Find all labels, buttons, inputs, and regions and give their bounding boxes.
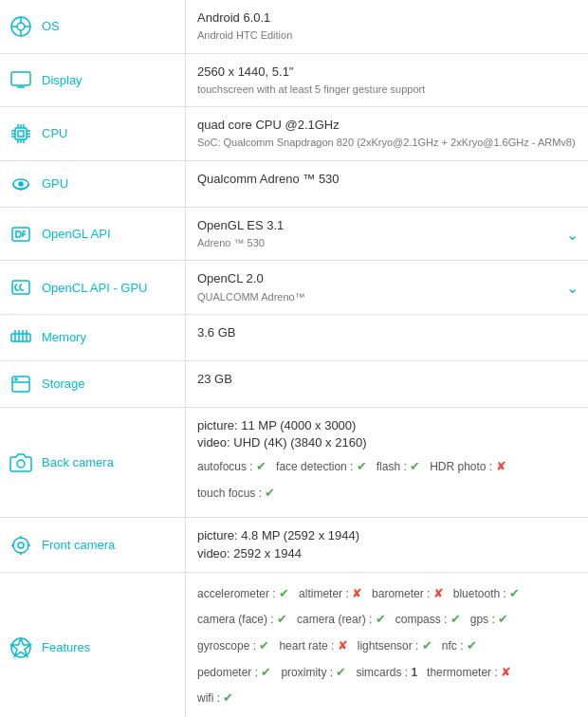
- spec-label-opengl: OpenGL API: [0, 208, 186, 261]
- svg-point-1: [17, 23, 25, 30]
- dropdown-arrow-opengl[interactable]: ⌄: [566, 225, 579, 243]
- label-text-front-camera: Front camera: [42, 538, 115, 552]
- svg-rect-10: [18, 131, 24, 137]
- feature-line-4: wifi : ✔: [197, 687, 577, 709]
- camera-icon: [8, 450, 34, 476]
- feature-line-3: pedometer : ✔ proximity : ✔ simcards : 1…: [197, 661, 577, 684]
- label-text-os: OS: [42, 19, 60, 33]
- os-icon: [8, 13, 34, 40]
- spec-value-main: OpenGL ES 3.1: [197, 217, 577, 234]
- dropdown-arrow-opencl[interactable]: ⌄: [566, 279, 579, 297]
- spec-row-features: Features accelerometer : ✔ altimeter : ✘…: [0, 573, 588, 717]
- spec-value-main: Android 6.0.1: [197, 9, 577, 27]
- spec-value-main: Qualcomm Adreno ™ 530: [197, 171, 577, 188]
- svg-point-39: [17, 460, 25, 468]
- memory-icon: [8, 324, 34, 351]
- label-text-display: Display: [42, 73, 83, 87]
- opengl-icon: [8, 221, 34, 248]
- camera-features-line1: autofocus : ✔ face detection : ✔ flash :…: [197, 455, 577, 478]
- svg-rect-6: [11, 72, 30, 85]
- label-text-memory: Memory: [42, 330, 86, 344]
- spec-row-display: Display 2560 x 1440, 5.1"touchscreen wit…: [0, 54, 588, 108]
- svg-rect-27: [11, 334, 30, 341]
- spec-label-memory: Memory: [0, 315, 186, 360]
- svg-rect-9: [15, 128, 27, 139]
- spec-value-opencl: OpenCL 2.0QUALCOMM Adreno™ ⌄: [186, 261, 588, 314]
- spec-value-main: OpenCL 2.0: [197, 270, 577, 287]
- spec-value-main: 2560 x 1440, 5.1": [197, 64, 577, 81]
- spec-row-front-camera: Front camera picture: 4.8 MP (2592 x 194…: [0, 518, 588, 572]
- feature-line-2: gyroscope : ✔ heart rate : ✘ lightsensor…: [197, 634, 577, 657]
- spec-row-memory: Memory 3.6 GB: [0, 315, 588, 361]
- spec-value-opengl: OpenGL ES 3.1Adreno ™ 530 ⌄: [186, 208, 588, 261]
- spec-value-sub: touchscreen with at least 5 finger gestu…: [197, 83, 577, 97]
- label-text-features: Features: [42, 640, 90, 654]
- spec-value-sub: QUALCOMM Adreno™: [197, 290, 577, 304]
- spec-value-sub: Android HTC Edition: [197, 28, 577, 43]
- spec-row-back-camera: Back camera picture: 11 MP (4000 x 3000)…: [0, 408, 588, 519]
- gpu-icon: [8, 171, 34, 197]
- label-text-cpu: CPU: [42, 126, 67, 140]
- feature-line-1: camera (face) : ✔ camera (rear) : ✔ comp…: [197, 608, 577, 631]
- spec-label-storage: Storage: [0, 361, 186, 407]
- spec-row-opencl: OpenCL API - GPU OpenCL 2.0QUALCOMM Adre…: [0, 261, 588, 315]
- label-text-gpu: GPU: [42, 176, 68, 191]
- label-text-back-camera: Back camera: [42, 455, 114, 469]
- camera-features-line2: touch focus : ✔: [197, 482, 577, 505]
- spec-row-gpu: GPU Qualcomm Adreno ™ 530: [0, 161, 588, 208]
- spec-row-cpu: CPU quad core CPU @2.1GHzSoC: Qualcomm S…: [0, 107, 588, 161]
- features-icon: [8, 634, 34, 661]
- spec-row-os: OS Android 6.0.1Android HTC Edition: [0, 0, 588, 54]
- spec-value-gpu: Qualcomm Adreno ™ 530: [186, 161, 588, 207]
- spec-value-features: accelerometer : ✔ altimeter : ✘ baromete…: [186, 573, 588, 717]
- opencl-icon: [8, 274, 34, 301]
- spec-value-memory: 3.6 GB: [186, 315, 588, 360]
- front-camera-icon: [8, 532, 34, 559]
- spec-label-gpu: GPU: [0, 161, 186, 207]
- spec-value-sub: SoC: Qualcomm Snapdragon 820 (2xKryo@2.1…: [197, 136, 577, 150]
- label-text-opengl: OpenGL API: [42, 227, 111, 241]
- spec-value-display: 2560 x 1440, 5.1"touchscreen with at lea…: [186, 54, 588, 107]
- spec-value-main: quad core CPU @2.1GHz: [197, 117, 577, 134]
- label-text-storage: Storage: [42, 377, 85, 391]
- spec-value-back-camera: picture: 11 MP (4000 x 3000)video: UHD (…: [186, 408, 588, 518]
- spec-value-main: picture: 11 MP (4000 x 3000)video: UHD (…: [197, 417, 577, 451]
- svg-point-24: [19, 182, 23, 186]
- spec-label-opencl: OpenCL API - GPU: [0, 261, 186, 314]
- svg-point-38: [15, 378, 17, 380]
- spec-value-front-camera: picture: 4.8 MP (2592 x 1944)video: 2592…: [186, 518, 588, 571]
- spec-label-back-camera: Back camera: [0, 408, 186, 518]
- spec-value-os: Android 6.0.1Android HTC Edition: [186, 0, 588, 53]
- spec-value-cpu: quad core CPU @2.1GHzSoC: Qualcomm Snapd…: [186, 107, 588, 160]
- cpu-icon: [8, 120, 34, 147]
- storage-icon: [8, 371, 34, 397]
- spec-value-main: 23 GB: [197, 371, 577, 388]
- spec-label-display: Display: [0, 54, 186, 107]
- label-text-opencl: OpenCL API - GPU: [42, 281, 148, 295]
- spec-value-main: 3.6 GB: [197, 324, 577, 341]
- feature-line-0: accelerometer : ✔ altimeter : ✘ baromete…: [197, 582, 577, 605]
- spec-value-main: picture: 4.8 MP (2592 x 1944)video: 2592…: [197, 527, 577, 561]
- svg-point-40: [13, 538, 28, 553]
- spec-label-os: OS: [0, 0, 186, 53]
- spec-row-opengl: OpenGL API OpenGL ES 3.1Adreno ™ 530 ⌄: [0, 208, 588, 262]
- display-icon: [8, 66, 34, 93]
- svg-point-41: [18, 542, 24, 548]
- spec-value-storage: 23 GB: [186, 361, 588, 407]
- spec-label-front-camera: Front camera: [0, 518, 186, 571]
- spec-value-sub: Adreno ™ 530: [197, 236, 577, 250]
- spec-label-cpu: CPU: [0, 107, 186, 160]
- spec-label-features: Features: [0, 573, 186, 717]
- spec-row-storage: Storage 23 GB: [0, 361, 588, 408]
